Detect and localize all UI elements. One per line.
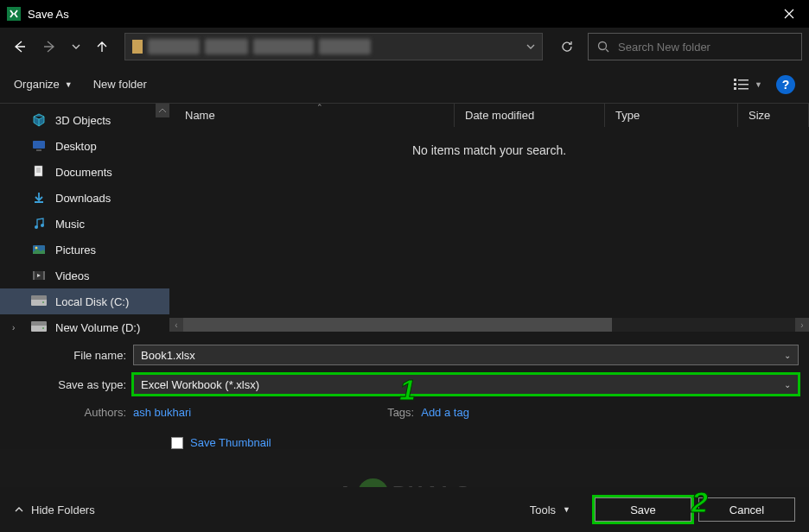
scroll-right-button[interactable]: ›: [795, 318, 809, 332]
svg-rect-8: [33, 141, 45, 149]
arrow-right-icon: [43, 40, 57, 54]
arrow-left-icon: [12, 40, 26, 54]
svg-rect-9: [36, 149, 41, 151]
recent-dropdown[interactable]: [69, 35, 83, 59]
svg-rect-3: [738, 79, 748, 81]
cube-icon: [31, 113, 47, 127]
chevron-up-icon: [14, 504, 24, 515]
scroll-thumb[interactable]: [183, 318, 612, 332]
content-pane: ⌃ Name Date modified Type Size No items …: [169, 104, 809, 332]
organize-label: Organize: [14, 78, 60, 91]
hide-folders-button[interactable]: Hide Folders: [14, 504, 95, 516]
horizontal-scrollbar[interactable]: ‹ ›: [169, 318, 809, 332]
sidebar-item-videos[interactable]: Videos: [0, 263, 169, 288]
scroll-left-button[interactable]: ‹: [169, 318, 183, 332]
tools-dropdown[interactable]: Tools ▼: [530, 504, 570, 516]
svg-point-1: [599, 42, 607, 50]
svg-rect-21: [31, 325, 47, 332]
filename-label: File name:: [10, 349, 133, 362]
svg-point-20: [42, 301, 44, 303]
column-headers: ⌃ Name Date modified Type Size: [169, 104, 809, 128]
tags-value[interactable]: Add a tag: [421, 406, 469, 419]
body: 3D Objects Desktop Documents Downloads M…: [0, 104, 809, 332]
sidebar-item-pictures[interactable]: Pictures: [0, 237, 169, 263]
save-thumbnail-checkbox[interactable]: [171, 437, 183, 449]
help-button[interactable]: ?: [776, 75, 795, 94]
search-box[interactable]: [588, 33, 802, 60]
excel-icon: [7, 7, 21, 21]
savetype-dropdown[interactable]: Excel Workbook (*.xlsx) ⌄: [133, 374, 799, 395]
sidebar-label: 3D Objects: [55, 114, 111, 127]
new-folder-button[interactable]: New folder: [93, 78, 147, 91]
chevron-down-icon: ▼: [65, 80, 73, 89]
up-button[interactable]: [90, 35, 114, 59]
documents-icon: [31, 165, 47, 179]
sidebar-item-desktop[interactable]: Desktop: [0, 133, 169, 159]
music-icon: [31, 217, 47, 231]
videos-icon: [31, 269, 47, 282]
tools-label: Tools: [530, 504, 556, 516]
view-icon: [734, 78, 751, 92]
sidebar-label: Downloads: [55, 192, 111, 205]
savetype-value: Excel Workbook (*.xlsx): [141, 378, 259, 391]
back-button[interactable]: [7, 35, 31, 59]
navbar: [0, 28, 809, 66]
empty-message: No items match your search.: [169, 128, 809, 157]
save-button[interactable]: Save: [595, 497, 691, 522]
save-thumbnail-label[interactable]: Save Thumbnail: [190, 436, 271, 449]
footer: Hide Folders Tools ▼ Save Cancel: [0, 487, 809, 532]
svg-rect-5: [738, 84, 748, 86]
sidebar-item-documents[interactable]: Documents: [0, 159, 169, 185]
filename-value: Book1.xlsx: [141, 349, 195, 362]
titlebar: Save As: [0, 0, 809, 28]
refresh-button[interactable]: [553, 40, 581, 54]
column-type[interactable]: Type: [605, 104, 738, 127]
close-button[interactable]: [769, 0, 809, 28]
forward-button[interactable]: [38, 35, 62, 59]
svg-rect-10: [35, 166, 42, 176]
sidebar-item-downloads[interactable]: Downloads: [0, 185, 169, 211]
sidebar: 3D Objects Desktop Documents Downloads M…: [0, 104, 169, 332]
chevron-down-icon: ⌄: [784, 380, 791, 390]
sort-caret-icon: ⌃: [316, 103, 323, 111]
disk-icon: [31, 294, 47, 308]
toolbar: Organize ▼ New folder ▼ ?: [0, 66, 809, 104]
sidebar-item-music[interactable]: Music: [0, 211, 169, 237]
chevron-down-icon: ⌄: [784, 351, 791, 360]
cancel-button[interactable]: Cancel: [698, 497, 795, 522]
scrollbar-up[interactable]: [156, 104, 169, 117]
sidebar-item-new-volume-d[interactable]: ›New Volume (D:): [0, 314, 169, 340]
svg-rect-22: [31, 321, 47, 326]
savetype-label: Save as type:: [10, 378, 133, 391]
svg-point-23: [42, 327, 44, 329]
search-input[interactable]: [618, 41, 793, 54]
sidebar-item-3d-objects[interactable]: 3D Objects: [0, 107, 169, 133]
chevron-down-icon: ▼: [563, 505, 570, 514]
svg-rect-6: [734, 87, 736, 90]
chevron-down-icon: [72, 42, 80, 51]
column-date[interactable]: Date modified: [455, 104, 605, 127]
window-title: Save As: [28, 8, 769, 21]
arrow-up-icon: [95, 40, 109, 54]
view-options-button[interactable]: ▼: [734, 78, 762, 92]
address-bar[interactable]: [124, 33, 543, 60]
chevron-down-icon: ▼: [755, 80, 762, 89]
svg-rect-2: [734, 79, 736, 81]
pictures-icon: [31, 243, 47, 256]
hide-folders-label: Hide Folders: [31, 504, 95, 516]
sidebar-label: Pictures: [55, 244, 96, 256]
desktop-icon: [31, 139, 47, 153]
sidebar-item-local-disk-c[interactable]: Local Disk (C:): [0, 288, 169, 314]
chevron-right-icon: ›: [12, 323, 15, 332]
chevron-down-icon: [526, 42, 535, 51]
sidebar-label: Local Disk (C:): [55, 295, 129, 308]
organize-button[interactable]: Organize ▼: [14, 78, 73, 91]
download-icon: [31, 191, 47, 205]
svg-rect-7: [738, 88, 748, 90]
annotation-callout-2: 2: [691, 485, 708, 519]
column-size[interactable]: Size: [738, 104, 809, 127]
column-name[interactable]: Name: [169, 104, 455, 127]
filename-input[interactable]: Book1.xlsx ⌄: [133, 345, 799, 365]
authors-value[interactable]: ash bukhari: [133, 406, 191, 419]
svg-rect-17: [43, 271, 45, 280]
